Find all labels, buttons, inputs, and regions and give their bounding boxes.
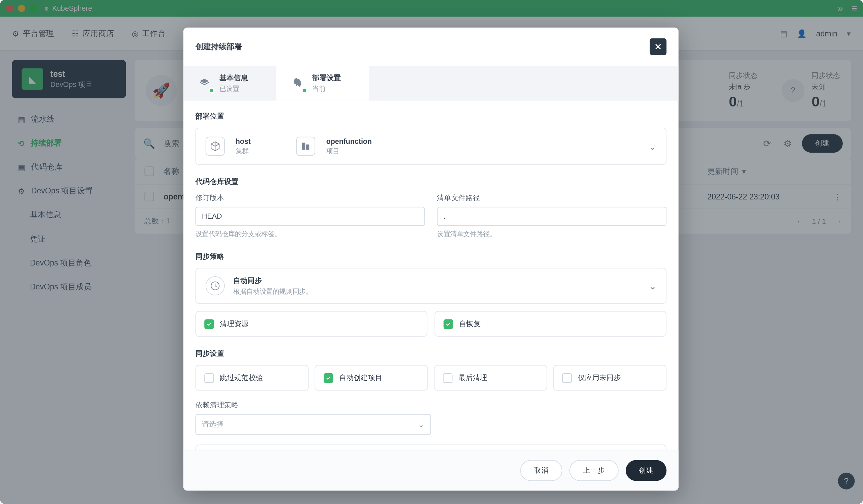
- revision-label: 修订版本: [196, 193, 425, 203]
- svg-rect-1: [307, 144, 310, 150]
- check-icon: [204, 319, 214, 328]
- create-button[interactable]: 创建: [626, 460, 666, 481]
- skip-schema-checkbox[interactable]: 跳过规范校验: [196, 365, 309, 390]
- prune-policy-select[interactable]: 请选择 ⌄: [196, 414, 431, 435]
- manifest-label: 清单文件路径: [437, 193, 666, 203]
- checkbox-empty-icon: [562, 373, 572, 383]
- manifest-hint: 设置清单文件路径。: [437, 230, 666, 238]
- close-button[interactable]: [650, 38, 666, 55]
- create-cd-modal: 创建持续部署 基本信息 已设置: [184, 28, 679, 491]
- revision-input[interactable]: [196, 207, 425, 226]
- tab-deploy-settings[interactable]: 部署设置 当前: [276, 66, 370, 101]
- prune-last-checkbox[interactable]: 最后清理: [434, 365, 547, 390]
- section-sync-settings: 同步设置: [196, 349, 667, 359]
- cube-icon: [205, 137, 225, 156]
- section-repo-settings: 代码仓库设置: [196, 177, 667, 187]
- modal-title: 创建持续部署: [196, 41, 242, 52]
- chevron-down-icon: ⌄: [649, 280, 656, 292]
- cluster-project-selector[interactable]: host 集群 openfunction 项目 ⌄: [196, 128, 667, 165]
- selfheal-checkbox[interactable]: 自恢复: [435, 311, 666, 337]
- chevron-down-icon: ⌄: [418, 420, 424, 428]
- section-deploy-location: 部署位置: [196, 112, 667, 121]
- project-icon: [296, 137, 315, 156]
- apply-out-of-sync-checkbox[interactable]: 仅应用未同步: [553, 365, 666, 390]
- rocket-icon: [288, 74, 306, 92]
- revision-hint: 设置代码仓库的分支或标签。: [196, 230, 425, 238]
- svg-rect-0: [302, 142, 305, 150]
- layers-icon: [196, 74, 213, 92]
- checkbox-empty-icon: [204, 373, 214, 383]
- replace-resource-card[interactable]: 替换资源 替换已存在的资源。: [196, 444, 667, 450]
- check-icon: [443, 319, 453, 328]
- cancel-button[interactable]: 取消: [520, 460, 562, 481]
- prune-checkbox[interactable]: 清理资源: [196, 311, 427, 337]
- auto-create-ns-checkbox[interactable]: 自动创建项目: [314, 365, 428, 390]
- clock-icon: [205, 276, 225, 296]
- prev-button[interactable]: 上一步: [570, 460, 618, 481]
- prune-policy-label: 依赖清理策略: [196, 400, 667, 410]
- sync-policy-selector[interactable]: 自动同步 根据自动设置的规则同步。 ⌄: [196, 268, 667, 304]
- manifest-input[interactable]: [437, 207, 666, 226]
- tab-basic-info[interactable]: 基本信息 已设置: [184, 66, 276, 101]
- chevron-down-icon: ⌄: [649, 141, 656, 152]
- checkbox-empty-icon: [443, 373, 452, 383]
- section-sync-policy: 同步策略: [196, 252, 667, 262]
- check-icon: [324, 373, 333, 383]
